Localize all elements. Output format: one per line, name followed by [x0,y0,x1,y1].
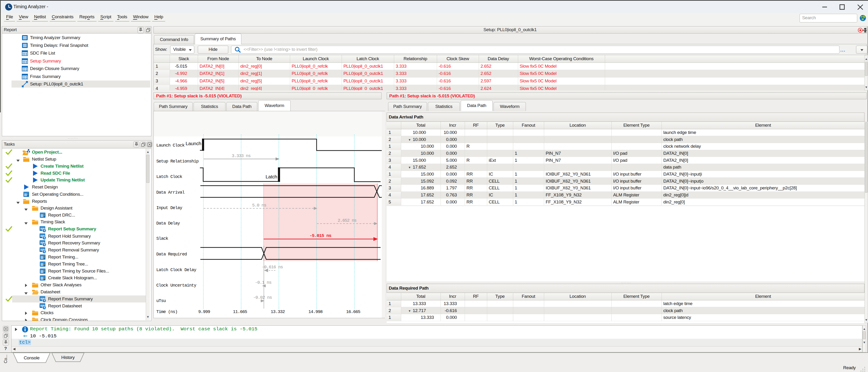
svg-text:uTsu: uTsu [156,299,166,303]
svg-text:14.998: 14.998 [308,309,322,314]
svg-text:History: History [61,355,75,360]
svg-text:Setup Relationship: Setup Relationship [156,159,198,164]
svg-text:Launch Clock: Launch Clock [156,143,185,148]
svg-text:16.665: 16.665 [346,309,360,314]
svg-text:Clock Uncertainty: Clock Uncertainty [156,283,196,288]
svg-text:Data Required: Data Required [156,252,187,257]
svg-text:11.665: 11.665 [233,309,247,314]
svg-text:9.999: 9.999 [198,309,210,314]
svg-text:-5.015 ns: -5.015 ns [310,233,331,238]
svg-text:2.652 ns: 2.652 ns [338,218,356,223]
svg-text:Latch Clock: Latch Clock [156,174,182,179]
svg-text:13.332: 13.332 [271,309,285,314]
svg-text:Input Delay: Input Delay [156,206,182,210]
svg-text:Console: Console [24,356,40,360]
svg-text:-0.616 ns: -0.616 ns [262,265,283,270]
svg-text:3.333 ns: 3.333 ns [232,154,250,159]
svg-text:Launch: Launch [186,141,201,146]
svg-text:Latch: Latch [266,174,277,179]
svg-text:-0.1 ns: -0.1 ns [255,280,271,285]
svg-text:Time (ns): Time (ns) [156,309,177,314]
svg-text:5.0 ns: 5.0 ns [252,203,266,208]
svg-text:Data Arrival: Data Arrival [156,190,185,195]
svg-text:Latch Clock Delay: Latch Clock Delay [156,268,196,272]
svg-text:Data Delay: Data Delay [156,221,180,226]
svg-text:-0.02 ns: -0.02 ns [253,295,272,300]
svg-text:Slack: Slack [156,236,168,241]
